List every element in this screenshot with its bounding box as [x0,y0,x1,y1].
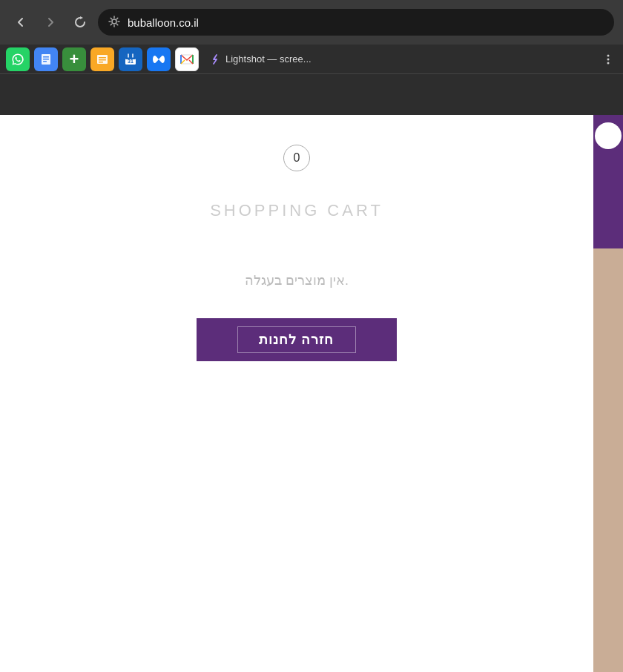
shopping-cart-title: SHOPPING CART [210,201,383,220]
svg-rect-3 [43,59,49,60]
empty-cart-message: .אין מוצרים בעגלה [245,272,349,289]
svg-rect-8 [99,62,103,63]
address-bar[interactable]: buballoon.co.il [98,9,614,36]
svg-point-0 [112,19,116,24]
return-to-shop-button[interactable]: חזרה לחנות [197,318,397,361]
refresh-button[interactable] [68,10,92,34]
svg-rect-4 [43,61,47,62]
bookmark-lightshot[interactable]: Lightshot — scree... [203,50,317,68]
svg-rect-6 [99,57,106,59]
bookmark-meta[interactable] [147,47,171,71]
sidebar-circle [595,122,622,149]
sidebar-tan [593,248,623,672]
lightshot-label: Lightshot — scree... [225,53,312,65]
bookmark-calendar[interactable]: 31 [119,47,142,71]
svg-point-16 [607,62,610,64]
return-button-label: חזרה לחנות [237,326,355,353]
svg-point-15 [607,58,610,60]
browser-titlebar: buballoon.co.il [0,0,623,45]
bookmark-notes[interactable] [90,47,114,71]
bookmarks-bar: + 31 [0,45,623,74]
bookmark-plus[interactable]: + [62,47,86,71]
svg-rect-2 [43,56,49,58]
url-text: buballoon.co.il [128,16,199,29]
bookmark-docs[interactable] [34,47,58,71]
svg-point-14 [607,54,610,56]
bookmark-gmail[interactable] [175,47,199,71]
svg-rect-7 [99,59,106,61]
cart-count: 0 [294,151,300,165]
main-content: 0 SHOPPING CART .אין מוצרים בעגלה חזרה ל… [0,115,593,672]
browser-chrome: buballoon.co.il + [0,0,623,115]
bookmarks-more-button[interactable] [599,50,617,68]
address-icon [108,16,120,30]
bookmark-whatsapp[interactable] [6,47,30,71]
back-button[interactable] [9,10,33,34]
sidebar-purple [593,115,623,248]
cart-count-badge: 0 [283,145,310,171]
forward-button[interactable] [39,10,62,34]
svg-text:31: 31 [128,59,134,64]
